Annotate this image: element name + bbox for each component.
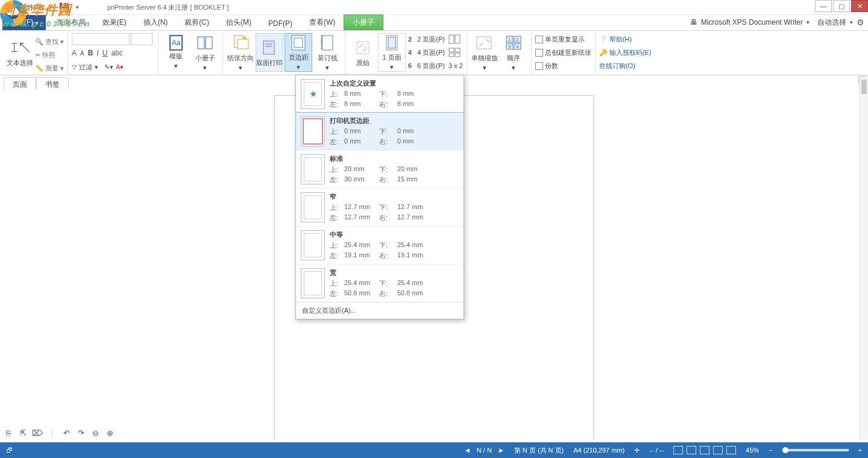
qat-dropdown-icon[interactable]: ▾ (45, 1, 57, 13)
filter-button[interactable]: 过滤 (79, 63, 92, 72)
tab-pdf[interactable]: PDF(P) (260, 17, 301, 30)
tool-zoom-out-icon[interactable]: ⊖ (90, 428, 100, 438)
margins-preset-item[interactable]: 上次自定义设置 上:8 mm下:8 mm 左:8 mm右:8 mm (296, 75, 464, 113)
quick-access-toolbar: ⎙ 开始打印 ▾ 💾 ▾ (4, 1, 83, 13)
nav-prev-icon[interactable]: ◄ (464, 447, 471, 454)
file-menu-button[interactable]: 文件(F) ▾ (2, 15, 46, 30)
view-mode-2[interactable] (687, 446, 696, 454)
svg-rect-18 (455, 48, 460, 52)
ruler-icon: 📏 (35, 64, 43, 72)
auto-select-label[interactable]: 自动选择 (817, 17, 846, 28)
checkbox-newsheet[interactable] (535, 49, 543, 57)
two-page-button[interactable]: 2 2 页面(P) (408, 33, 445, 45)
printer-icon: 🖶 (690, 18, 697, 27)
strike-button[interactable]: abc (111, 49, 122, 57)
font-name-combo[interactable] (72, 33, 130, 45)
one-page-icon (382, 34, 401, 52)
help-button[interactable]: ❔帮助(H) (599, 33, 652, 45)
status-zoom-value[interactable]: 45% (746, 447, 759, 454)
filter-icon: ▽ (72, 63, 77, 71)
template-button[interactable]: Aa 模版▾ (162, 33, 190, 72)
margins-preset-item[interactable]: 打印机页边距 上:0 mm下:0 mm 左:0 mm右:0 mm (295, 112, 464, 151)
view-mode-1[interactable] (673, 446, 683, 454)
close-button[interactable]: ✕ (851, 0, 868, 12)
tool-add-page-icon[interactable]: ⎘ (4, 428, 13, 438)
grid-2x2-icon[interactable] (448, 46, 463, 58)
view-mode-3[interactable] (700, 446, 709, 454)
printer-selector[interactable]: 🖶 Microsoft XPS Document Writer ▾ (686, 16, 814, 28)
zoom-slider[interactable] (782, 449, 849, 451)
qat-dropdown2-icon[interactable]: ▾ (71, 1, 83, 13)
grid-size-label[interactable]: 3 x 2 (448, 60, 463, 72)
underline-button[interactable]: U (102, 49, 108, 57)
margins-custom-button[interactable]: 自定义页边距(A)... (296, 302, 464, 319)
nav-next-icon[interactable]: ► (498, 447, 505, 454)
tool-zoom-in-icon[interactable]: ⊕ (105, 428, 115, 438)
status-page-info: 第 N 页 (共 N 页) (514, 446, 564, 455)
zoom-in-icon[interactable]: + (858, 447, 862, 454)
tab-view[interactable]: 查看(W) (301, 15, 344, 30)
orientation-button[interactable]: 纸张方向▾ (227, 33, 254, 72)
tool-undo-icon[interactable]: ↶ (61, 428, 71, 438)
font-color-button[interactable]: A▾ (116, 63, 124, 71)
maximize-button[interactable]: ▢ (833, 0, 850, 12)
qat-start-print[interactable]: 开始打印 (17, 3, 43, 12)
status-page-nav[interactable]: ◄ N / N ► (464, 447, 505, 454)
original-size-button[interactable]: 原始 (349, 33, 377, 72)
svg-rect-12 (357, 42, 369, 54)
italic-button[interactable]: I (96, 49, 98, 57)
scrollbar-thumb[interactable] (861, 80, 867, 94)
margins-preset-item[interactable]: 宽 上:25.4 mm下:25.4 mm 左:50.8 mm右:50.8 mm (296, 264, 464, 302)
tab-crop[interactable]: 裁剪(C) (176, 15, 218, 30)
grow-font-button[interactable]: A (72, 49, 77, 57)
one-page-button[interactable]: 1 页面▾ (378, 33, 406, 72)
font-size-combo[interactable] (131, 33, 153, 45)
checkbox-copies[interactable] (535, 62, 543, 70)
grid-2x1-icon[interactable] (448, 33, 463, 45)
tool-delete-icon[interactable]: ⌦ (33, 428, 42, 438)
measure-button[interactable]: 测量 (45, 64, 58, 73)
booklet-button[interactable]: 小册子▾ (191, 33, 219, 72)
vertical-scrollbar[interactable] (860, 77, 868, 440)
six-page-button[interactable]: 6 6 页面(P) (408, 60, 445, 72)
tab-effects[interactable]: 效果(E) (94, 15, 135, 30)
chevron-down-icon[interactable]: ▾ (850, 19, 853, 25)
gear-icon[interactable]: ⚙ (857, 17, 864, 27)
license-button[interactable]: 🔑输入授权码(E) (599, 46, 652, 58)
orientation-icon (231, 33, 250, 52)
view-mode-4[interactable] (713, 446, 723, 454)
binding-button[interactable]: 装订线▾ (313, 33, 341, 72)
minimize-button[interactable]: — (815, 0, 832, 12)
zoom-out-icon[interactable]: − (769, 447, 772, 454)
svg-text:3: 3 (508, 44, 511, 49)
save-icon[interactable]: 💾 (58, 1, 70, 13)
highlight-button[interactable]: ✎▾ (104, 63, 113, 71)
snap-button[interactable]: 快照 (42, 51, 55, 60)
duplex-button[interactable]: 双面打印 (256, 33, 283, 72)
svg-point-4 (243, 36, 247, 40)
tool-export-icon[interactable]: ⇱ (18, 428, 28, 438)
margins-preset-item[interactable]: 标准 上:20 mm下:20 mm 左:30 mm右:15 mm (296, 150, 464, 188)
four-page-button[interactable]: 4 4 页面(P) (408, 46, 445, 58)
margins-preset-item[interactable]: 窄 上:12.7 mm下:12.7 mm 左:12.7 mm右:12.7 mm (296, 188, 464, 226)
single-scale-button[interactable]: 单独缩放▾ (471, 33, 498, 72)
svg-rect-1 (206, 37, 212, 49)
order-button[interactable]: 1234 顺序▾ (500, 33, 527, 72)
tool-redo-icon[interactable]: ↷ (76, 428, 86, 438)
margins-button[interactable]: 页边距▾ (285, 33, 312, 72)
margins-preset-item[interactable]: 中等 上:25.4 mm下:25.4 mm 左:19.1 mm右:19.1 mm (296, 226, 464, 264)
bold-button[interactable]: B (88, 49, 93, 57)
text-select-button[interactable]: 𝙸↖ 文本选择 (6, 33, 34, 72)
shrink-font-button[interactable]: A (80, 49, 84, 57)
checkbox-repeat[interactable] (535, 36, 543, 43)
status-app-icon[interactable]: 🗗 (6, 447, 13, 454)
tab-booklet-contextual[interactable]: 小册子 (344, 14, 383, 30)
find-button[interactable]: 查找 (45, 37, 58, 46)
view-mode-5[interactable] (726, 446, 736, 454)
tab-insert[interactable]: 插入(N) (135, 15, 177, 30)
buy-online-button[interactable]: 在线订购(O) (599, 60, 652, 72)
status-crosshair-icon[interactable]: ✛ (634, 447, 640, 454)
tab-header[interactable]: 抬头(M) (218, 15, 260, 30)
new-icon[interactable]: ⎙ (4, 1, 16, 13)
tab-layout[interactable]: 页面布局 (48, 15, 94, 30)
